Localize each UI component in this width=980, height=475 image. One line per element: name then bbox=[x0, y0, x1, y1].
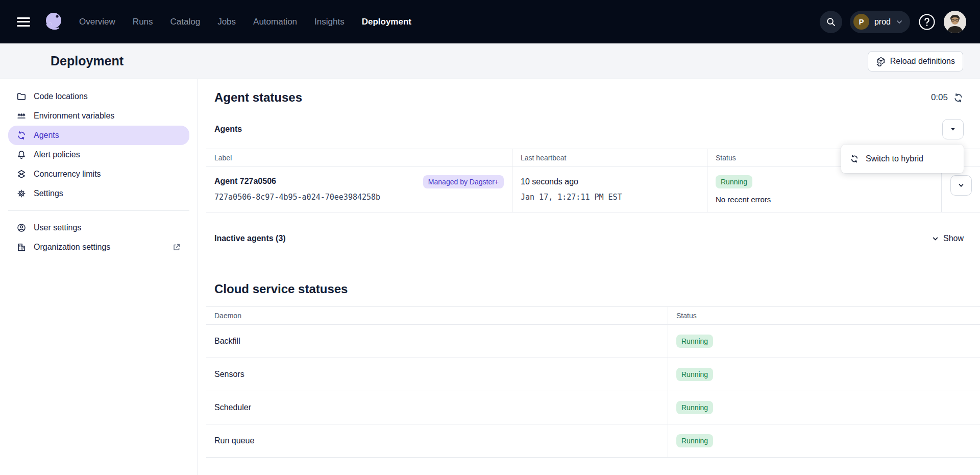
nav-item-deployment[interactable]: Deployment bbox=[362, 17, 411, 27]
folder-icon bbox=[16, 91, 27, 102]
sidebar-item-label: Agents bbox=[34, 131, 59, 140]
app: Overview Runs Catalog Jobs Automation In… bbox=[0, 0, 980, 475]
sidebar-divider bbox=[8, 210, 189, 211]
refresh-icon[interactable] bbox=[953, 92, 964, 103]
table-row: Run queue Running bbox=[206, 424, 980, 458]
inactive-agents-heading: Inactive agents (3) bbox=[214, 234, 286, 243]
caret-down-icon bbox=[950, 126, 956, 132]
agent-icon bbox=[850, 154, 859, 163]
sidebar-item-agents[interactable]: Agents bbox=[8, 126, 189, 145]
column-header-daemon: Daemon bbox=[206, 307, 668, 324]
agent-actions-menu: Switch to hybrid bbox=[841, 145, 964, 173]
nav-item-insights[interactable]: Insights bbox=[314, 17, 345, 27]
daemon-name: Run queue bbox=[206, 424, 668, 457]
chevron-down-icon bbox=[932, 235, 939, 243]
bell-icon bbox=[16, 150, 27, 160]
agent-id: 727a0506-8c97-4b95-a024-70ee3984258b bbox=[214, 193, 380, 202]
help-button[interactable] bbox=[918, 13, 936, 31]
question-mark-icon bbox=[918, 13, 936, 31]
agent-statuses-title: Agent statuses bbox=[214, 90, 302, 105]
last-heartbeat-timestamp: Jan 17, 1:27:11 PM EST bbox=[521, 193, 699, 202]
table-row: Backfill Running bbox=[206, 325, 980, 358]
sidebar-item-label: Alert policies bbox=[34, 150, 80, 159]
agent-status-detail: No recent errors bbox=[716, 195, 933, 204]
sidebar-item-environment-variables[interactable]: Environment variables bbox=[8, 106, 189, 126]
cloud-table-header: Daemon Status bbox=[206, 307, 980, 325]
status-badge: Running bbox=[676, 368, 713, 381]
agent-status-badge: Running bbox=[716, 175, 752, 188]
menu-item-switch-to-hybrid[interactable]: Switch to hybrid bbox=[841, 148, 964, 170]
deployment-sidebar: Code locations Environment variables bbox=[0, 79, 198, 475]
managed-by-dagster-badge: Managed by Dagster+ bbox=[423, 175, 504, 188]
nav-item-jobs[interactable]: Jobs bbox=[217, 17, 236, 27]
refresh-countdown: 0:05 bbox=[931, 92, 948, 103]
page-header: Deployment Reload definitions bbox=[0, 43, 980, 79]
main-content: Agent statuses 0:05 Agents bbox=[198, 79, 980, 475]
cloud-services-table: Daemon Status Backfill Running Sensors R… bbox=[206, 306, 980, 458]
column-header-label: Label bbox=[206, 149, 512, 167]
gear-icon bbox=[16, 188, 27, 199]
search-icon bbox=[826, 17, 836, 27]
agent-name: Agent 727a0506 bbox=[214, 177, 380, 186]
agent-actions-dropdown-button[interactable] bbox=[942, 119, 964, 139]
nav-item-catalog[interactable]: Catalog bbox=[170, 17, 201, 27]
status-badge: Running bbox=[676, 401, 713, 414]
daemon-name: Sensors bbox=[206, 358, 668, 391]
reload-definitions-button[interactable]: Reload definitions bbox=[868, 51, 963, 72]
nav-item-runs[interactable]: Runs bbox=[133, 17, 153, 27]
status-badge: Running bbox=[676, 434, 713, 447]
sidebar-item-concurrency-limits[interactable]: Concurrency limits bbox=[8, 164, 189, 184]
show-inactive-agents-button[interactable]: Show bbox=[932, 234, 964, 243]
status-badge: Running bbox=[676, 335, 713, 348]
deployment-switcher[interactable]: P prod bbox=[850, 11, 910, 33]
chevron-down-icon bbox=[896, 18, 903, 26]
env-vars-icon bbox=[16, 111, 27, 121]
page-title: Deployment bbox=[51, 54, 124, 68]
search-button[interactable] bbox=[820, 11, 842, 33]
sidebar-item-label: Code locations bbox=[34, 92, 88, 101]
nav-links: Overview Runs Catalog Jobs Automation In… bbox=[79, 17, 411, 27]
package-reload-icon bbox=[876, 56, 886, 66]
nav-item-automation[interactable]: Automation bbox=[253, 17, 297, 27]
column-header-status: Status bbox=[668, 307, 980, 324]
agents-heading: Agents bbox=[214, 125, 242, 134]
reload-definitions-label: Reload definitions bbox=[890, 57, 955, 66]
column-header-last-heartbeat: Last heartbeat bbox=[512, 149, 707, 167]
deployment-name: prod bbox=[874, 17, 891, 27]
hamburger-menu-icon[interactable] bbox=[17, 15, 30, 29]
sidebar-item-label: User settings bbox=[34, 223, 81, 232]
sidebar-item-settings[interactable]: Settings bbox=[8, 184, 189, 203]
agent-icon bbox=[16, 130, 27, 140]
dagster-logo-icon[interactable] bbox=[41, 10, 66, 34]
sidebar-item-alert-policies[interactable]: Alert policies bbox=[8, 145, 189, 164]
menu-item-label: Switch to hybrid bbox=[866, 154, 923, 163]
sidebar-item-organization-settings[interactable]: Organization settings bbox=[8, 238, 189, 257]
daemon-name: Scheduler bbox=[206, 391, 668, 424]
sidebar-item-label: Organization settings bbox=[34, 243, 110, 252]
layers-icon bbox=[16, 169, 27, 179]
nav-item-overview[interactable]: Overview bbox=[79, 17, 115, 27]
table-row: Scheduler Running bbox=[206, 391, 980, 424]
agent-row: Agent 727a0506 727a0506-8c97-4b95-a024-7… bbox=[206, 167, 980, 212]
top-nav: Overview Runs Catalog Jobs Automation In… bbox=[0, 0, 980, 43]
sidebar-item-label: Settings bbox=[34, 189, 63, 198]
sidebar-item-label: Environment variables bbox=[34, 111, 114, 121]
nav-right: P prod bbox=[820, 11, 966, 33]
sidebar-item-label: Concurrency limits bbox=[34, 170, 101, 179]
agent-row-expand-button[interactable] bbox=[950, 175, 972, 196]
cloud-service-statuses-title: Cloud service statuses bbox=[214, 282, 980, 296]
chevron-down-icon bbox=[958, 182, 965, 189]
deployment-initial: P bbox=[853, 14, 869, 30]
external-link-icon bbox=[172, 243, 181, 252]
last-heartbeat-relative: 10 seconds ago bbox=[521, 177, 699, 186]
user-avatar[interactable] bbox=[944, 11, 966, 33]
show-label: Show bbox=[943, 234, 964, 243]
user-circle-icon bbox=[16, 223, 27, 233]
sidebar-item-user-settings[interactable]: User settings bbox=[8, 218, 189, 238]
table-row: Sensors Running bbox=[206, 358, 980, 391]
building-icon bbox=[16, 242, 27, 252]
sidebar-item-code-locations[interactable]: Code locations bbox=[8, 87, 189, 106]
daemon-name: Backfill bbox=[206, 325, 668, 358]
